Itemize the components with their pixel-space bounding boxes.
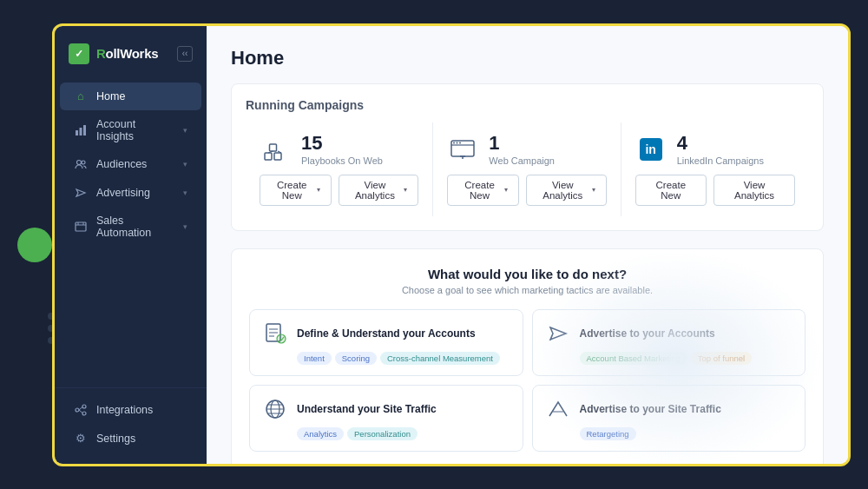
account-insights-icon [74,123,88,137]
create-new-button[interactable]: Create New [635,175,707,206]
svg-point-31 [277,334,286,343]
sidebar: ✓ RollWorks ‹‹ ⌂ Home A [55,26,207,464]
sidebar-item-advertising[interactable]: Advertising ▾ [60,179,201,207]
svg-rect-16 [274,153,281,160]
sidebar-item-account-insights[interactable]: Account Insights ▾ [60,111,201,149]
tag: Analytics [297,427,344,440]
goal-title: Advertise to your Site Traffic [580,403,721,415]
svg-rect-0 [76,130,78,135]
chevron-icon: ▾ [183,160,187,169]
view-analytics-button[interactable]: View Analytics ▾ [526,175,607,206]
main-content: Home Running Campaigns [207,26,848,464]
view-analytics-button[interactable]: View Analytics [713,175,795,206]
svg-rect-2 [83,125,86,135]
sidebar-item-label: Sales Automation [96,215,174,239]
sidebar-bottom: Integrations ⚙ Settings [55,387,207,464]
campaign-label: Web Campaign [489,155,555,166]
goal-card-advertise-site[interactable]: Advertise to your Site Traffic Retargeti… [532,385,806,452]
integrations-icon [74,403,88,417]
svg-rect-6 [76,222,86,231]
campaigns-section: Running Campaigns [231,83,824,231]
campaign-stat: in 4 LinkedIn Campaigns [635,133,795,166]
web-campaign-icon [447,134,478,165]
linkedin-icon: in [635,134,667,165]
svg-rect-15 [265,153,272,160]
chevron-icon: ▾ [183,222,187,231]
sidebar-collapse-button[interactable]: ‹‹ [177,46,193,62]
tag: Personalization [347,427,418,440]
campaign-actions: Create New ▾ View Analytics ▾ [447,175,606,206]
campaign-stat: 1 Web Campaign [447,133,606,166]
svg-point-3 [77,160,82,164]
playbook-icon [260,134,291,165]
create-new-button[interactable]: Create New ▾ [447,175,519,206]
next-section-header: What would you like to do next? Choose a… [249,267,806,295]
campaign-actions: Create New ▾ View Analytics ▾ [260,175,418,206]
goal-title: Understand your Site Traffic [297,403,437,415]
campaign-card-linkedin: in 4 LinkedIn Campaigns Create New View … [621,122,809,216]
define-accounts-icon [262,320,288,347]
goal-card-header: Understand your Site Traffic [262,396,510,422]
tag: Top of funnel [691,352,752,365]
campaign-card-playbooks: 15 Playbooks On Web Create New ▾ View An… [246,122,433,216]
next-actions-section: What would you like to do next? Choose a… [231,248,824,464]
goal-card-advertise-accounts[interactable]: Advertise to your Accounts Account Based… [532,309,806,376]
campaign-label: LinkedIn Campaigns [677,155,764,166]
goal-card-header: Advertise to your Site Traffic [545,396,793,422]
svg-point-11 [82,405,86,408]
goal-tags: Analytics Personalization [297,427,510,440]
campaign-card-web: 1 Web Campaign Create New ▾ View Analyti… [433,122,621,216]
svg-line-14 [79,410,82,413]
goal-tags: Intent Scoring Cross-channel Measurement [297,352,510,365]
campaigns-section-title: Running Campaigns [246,98,809,112]
goal-title: Advertise to your Accounts [580,327,715,340]
sidebar-item-label: Settings [96,433,187,445]
goal-tags: Retargeting [580,427,793,440]
dropdown-chevron: ▾ [504,186,508,194]
sidebar-nav: ⌂ Home Account Insights ▾ [55,78,207,380]
svg-point-10 [76,408,79,412]
sidebar-item-integrations[interactable]: Integrations [60,396,201,424]
advertise-site-icon [545,396,571,422]
sidebar-item-label: Account Insights [96,118,174,142]
svg-point-22 [453,142,455,143]
dropdown-chevron: ▾ [404,186,407,194]
logo-text: RollWorks [96,46,158,61]
page-title: Home [231,47,824,69]
svg-point-23 [457,142,458,143]
dropdown-chevron: ▾ [592,186,595,194]
svg-point-4 [82,161,85,164]
chevron-icon: ▾ [183,126,187,135]
campaign-stat: 15 Playbooks On Web [260,133,418,166]
sidebar-item-label: Audiences [96,158,174,170]
advertising-icon [74,186,88,200]
sidebar-item-label: Integrations [96,404,187,416]
sidebar-item-audiences[interactable]: Audiences ▾ [60,150,201,178]
goal-card-understand-site[interactable]: Understand your Site Traffic Analytics P… [249,385,523,452]
dropdown-chevron: ▾ [317,186,320,194]
svg-rect-1 [80,128,82,135]
settings-icon: ⚙ [74,432,88,446]
audiences-icon [74,157,88,171]
advertise-accounts-icon [545,320,571,347]
home-icon: ⌂ [74,89,88,103]
campaign-count: 1 [489,133,555,154]
goal-card-define-accounts[interactable]: Define & Understand your Accounts Intent… [249,309,523,376]
sidebar-item-label: Advertising [96,187,174,199]
campaign-count: 15 [301,133,383,154]
campaign-count: 4 [677,133,764,154]
sidebar-item-home[interactable]: ⌂ Home [60,83,201,110]
svg-rect-17 [270,144,277,151]
sales-automation-icon [74,220,88,234]
tag: Retargeting [580,427,636,440]
logo-icon: ✓ [69,43,89,64]
sidebar-item-label: Home [96,90,187,102]
svg-marker-5 [76,189,85,196]
create-new-button[interactable]: Create New ▾ [260,175,332,206]
goal-title: Define & Understand your Accounts [297,327,476,340]
sidebar-item-settings[interactable]: ⚙ Settings [60,425,201,453]
view-analytics-button[interactable]: View Analytics ▾ [339,175,419,206]
sidebar-item-sales-automation[interactable]: Sales Automation ▾ [60,208,201,246]
tag: Cross-channel Measurement [380,352,500,365]
svg-line-13 [79,406,82,410]
